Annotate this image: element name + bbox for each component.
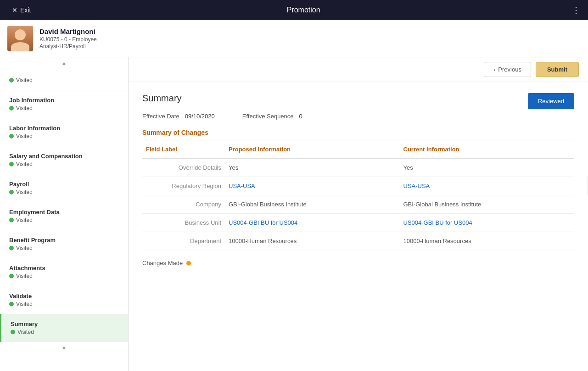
sidebar-item-validate-status: Visited: [9, 301, 119, 307]
sidebar-item-employment-data[interactable]: Employment Data Visited: [0, 202, 128, 230]
sidebar-item-employment-data-status: Visited: [9, 217, 119, 223]
dot-green-icon: [9, 302, 14, 306]
page-title-top: Promotion: [35, 6, 571, 14]
sidebar-item-employment-data-label: Employment Data: [9, 209, 119, 216]
chevron-left-icon: ‹: [493, 66, 495, 73]
main-layout: ▲ Visited Job Information Visited Labor …: [0, 57, 588, 371]
effective-date-value: 09/10/2020: [185, 113, 215, 120]
exit-label: Exit: [20, 6, 31, 14]
sidebar-item-attachments-status: Visited: [9, 273, 119, 279]
top-bar-left: ✕ Exit: [7, 4, 35, 17]
employee-role: Analyst-HR/Payroll: [39, 43, 97, 50]
dot-green-icon: [11, 330, 15, 334]
sidebar-item-benefit-program[interactable]: Benefit Program Visited: [0, 230, 128, 258]
sidebar-item-visited-top[interactable]: Visited: [0, 69, 128, 90]
changes-table-header-row: Field Label Proposed Information Current…: [142, 140, 574, 159]
sidebar-item-attachments[interactable]: Attachments Visited: [0, 258, 128, 286]
dot-green-icon: [9, 190, 14, 194]
content-area: ‹ Previous Submit Summary Reviewed Effec…: [129, 57, 588, 371]
sidebar-item-salary-compensation-status: Visited: [9, 161, 119, 167]
previous-button[interactable]: ‹ Previous: [484, 62, 531, 77]
table-row: CompanyGBI-Global Business InstituteGBI-…: [142, 195, 574, 214]
sidebar-item-attachments-label: Attachments: [9, 265, 119, 271]
cell-field-label: Override Details: [142, 159, 225, 177]
dot-green-icon: [9, 78, 14, 83]
action-bar: ‹ Previous Submit: [129, 57, 588, 82]
cell-field-label: Department: [142, 232, 225, 250]
sidebar-item-salary-compensation-label: Salary and Compensation: [9, 153, 119, 160]
changes-table: Field Label Proposed Information Current…: [142, 140, 574, 250]
cell-current: GBI-Global Business Institute: [400, 195, 575, 214]
sidebar-item-validate[interactable]: Validate Visited: [0, 286, 128, 314]
dot-green-icon: [9, 134, 14, 138]
col-field-label: Field Label: [142, 140, 225, 159]
sidebar-item-labor-information-label: Labor Information: [9, 125, 119, 132]
main-content: Summary Reviewed Effective Date 09/10/20…: [129, 82, 588, 371]
sidebar-item-summary-label: Summary: [11, 321, 119, 327]
col-current-information: Current Information: [400, 140, 575, 159]
top-bar: ✕ Exit Promotion ⋮: [0, 0, 588, 20]
submit-button-label: Submit: [547, 66, 567, 73]
employee-id: KU0075 - 0 - Employee: [39, 36, 97, 43]
cell-current: 10000-Human Resources: [400, 232, 575, 250]
dot-green-icon: [9, 274, 14, 278]
reviewed-button-label: Reviewed: [538, 98, 564, 105]
dot-green-icon: [9, 162, 14, 166]
cell-current: Yes: [400, 159, 575, 177]
effective-date-label: Effective Date: [142, 113, 179, 120]
sidebar-item-salary-compensation[interactable]: Salary and Compensation Visited: [0, 146, 128, 174]
exit-x-icon: ✕: [12, 6, 17, 14]
avatar: [7, 26, 33, 51]
sidebar-item-job-information-status: Visited: [9, 105, 119, 111]
employee-info: David Martignoni KU0075 - 0 - Employee A…: [39, 28, 97, 50]
col-proposed-information: Proposed Information: [225, 140, 400, 159]
cell-current[interactable]: US004-GBI BU for US004: [400, 214, 575, 232]
sidebar-item-summary[interactable]: Summary Visited: [0, 314, 128, 342]
sidebar-item-labor-information-status: Visited: [9, 133, 119, 139]
sidebar-item-benefit-program-status: Visited: [9, 245, 119, 251]
dot-green-icon: [9, 106, 14, 111]
cell-proposed: 10000-Human Resources: [225, 232, 400, 250]
changes-made-label: Changes Made: [142, 260, 183, 266]
sidebar-item-payroll-status: Visited: [9, 189, 119, 195]
employee-name: David Martignoni: [39, 28, 97, 35]
sidebar-item-summary-status: Visited: [11, 329, 119, 335]
sidebar-item-payroll-label: Payroll: [9, 181, 119, 188]
changes-made-dot: [186, 261, 191, 266]
cell-current[interactable]: USA-USA: [400, 177, 575, 195]
more-options-icon[interactable]: ⋮: [571, 5, 581, 16]
cell-field-label: Company: [142, 195, 225, 214]
scroll-down-indicator: ▼: [0, 342, 128, 354]
reviewed-button[interactable]: Reviewed: [528, 93, 574, 109]
sidebar-item-labor-information[interactable]: Labor Information Visited: [0, 118, 128, 146]
sidebar-item-benefit-program-label: Benefit Program: [9, 237, 119, 244]
chevron-down-icon: ▼: [62, 345, 67, 351]
exit-button[interactable]: ✕ Exit: [7, 4, 35, 17]
effective-sequence-value: 0: [299, 113, 302, 120]
cell-proposed: Yes: [225, 159, 400, 177]
chevron-up-icon: ▲: [62, 60, 67, 66]
effective-sequence-field: Effective Sequence 0: [242, 113, 302, 120]
cell-proposed[interactable]: US004-GBI BU for US004: [225, 214, 400, 232]
changes-table-body: Override DetailsYesYesRegulatory RegionU…: [142, 159, 574, 250]
cell-proposed: GBI-Global Business Institute: [225, 195, 400, 214]
summary-title: Summary: [142, 93, 574, 104]
dot-green-icon: [9, 246, 14, 250]
sidebar: ▲ Visited Job Information Visited Labor …: [0, 57, 129, 371]
submit-button[interactable]: Submit: [536, 62, 579, 77]
employee-header: David Martignoni KU0075 - 0 - Employee A…: [0, 20, 588, 57]
scroll-up-indicator: ▲: [0, 57, 128, 69]
sidebar-item-job-information-label: Job Information: [9, 97, 119, 104]
table-row: Override DetailsYesYes: [142, 159, 574, 177]
sidebar-item-job-information[interactable]: Job Information Visited: [0, 90, 128, 118]
previous-button-label: Previous: [498, 66, 521, 73]
dot-green-icon: [9, 218, 14, 222]
table-row: Department10000-Human Resources10000-Hum…: [142, 232, 574, 250]
sidebar-item-payroll[interactable]: Payroll Visited: [0, 174, 128, 202]
cell-field-label: Regulatory Region: [142, 177, 225, 195]
cell-proposed[interactable]: USA-USA: [225, 177, 400, 195]
effective-sequence-label: Effective Sequence: [242, 113, 294, 120]
changes-made-row: Changes Made: [142, 260, 574, 266]
sidebar-item-visited-top-status-text: Visited: [16, 77, 33, 83]
table-row: Business UnitUS004-GBI BU for US004US004…: [142, 214, 574, 232]
